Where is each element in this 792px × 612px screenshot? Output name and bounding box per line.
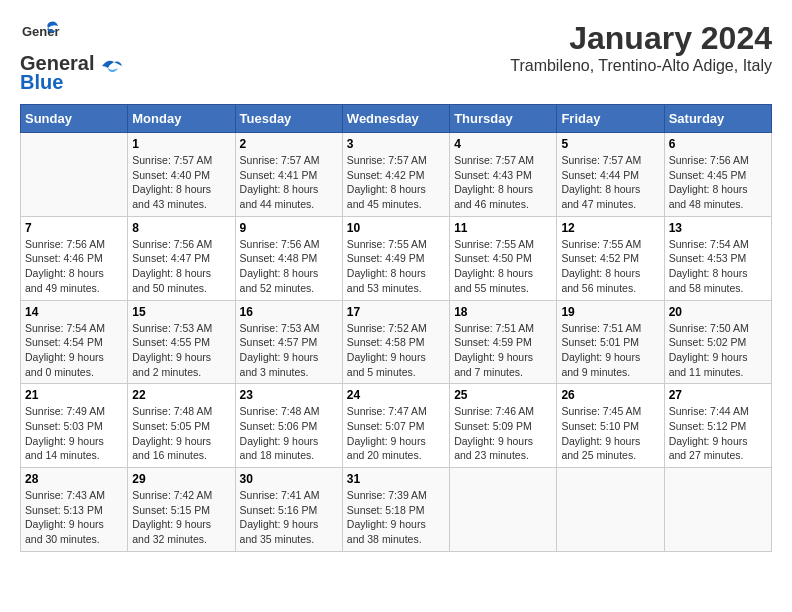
day-number: 30 (240, 472, 338, 486)
calendar-cell: 1Sunrise: 7:57 AM Sunset: 4:40 PM Daylig… (128, 133, 235, 217)
calendar-cell (450, 468, 557, 552)
calendar-cell: 27Sunrise: 7:44 AM Sunset: 5:12 PM Dayli… (664, 384, 771, 468)
calendar-cell: 28Sunrise: 7:43 AM Sunset: 5:13 PM Dayli… (21, 468, 128, 552)
day-info: Sunrise: 7:54 AM Sunset: 4:54 PM Dayligh… (25, 321, 123, 380)
calendar-cell (664, 468, 771, 552)
calendar-cell: 22Sunrise: 7:48 AM Sunset: 5:05 PM Dayli… (128, 384, 235, 468)
day-number: 20 (669, 305, 767, 319)
logo-blue-text: Blue (20, 71, 63, 93)
day-number: 21 (25, 388, 123, 402)
logo: General General Blue (20, 20, 122, 94)
calendar-week-row: 28Sunrise: 7:43 AM Sunset: 5:13 PM Dayli… (21, 468, 772, 552)
calendar-week-row: 1Sunrise: 7:57 AM Sunset: 4:40 PM Daylig… (21, 133, 772, 217)
calendar-cell: 12Sunrise: 7:55 AM Sunset: 4:52 PM Dayli… (557, 216, 664, 300)
calendar-cell: 30Sunrise: 7:41 AM Sunset: 5:16 PM Dayli… (235, 468, 342, 552)
calendar-cell: 21Sunrise: 7:49 AM Sunset: 5:03 PM Dayli… (21, 384, 128, 468)
day-number: 18 (454, 305, 552, 319)
day-number: 8 (132, 221, 230, 235)
day-number: 11 (454, 221, 552, 235)
day-info: Sunrise: 7:55 AM Sunset: 4:49 PM Dayligh… (347, 237, 445, 296)
day-number: 9 (240, 221, 338, 235)
day-number: 31 (347, 472, 445, 486)
calendar-cell: 24Sunrise: 7:47 AM Sunset: 5:07 PM Dayli… (342, 384, 449, 468)
day-info: Sunrise: 7:48 AM Sunset: 5:05 PM Dayligh… (132, 404, 230, 463)
calendar-cell: 7Sunrise: 7:56 AM Sunset: 4:46 PM Daylig… (21, 216, 128, 300)
day-info: Sunrise: 7:43 AM Sunset: 5:13 PM Dayligh… (25, 488, 123, 547)
day-number: 28 (25, 472, 123, 486)
day-number: 25 (454, 388, 552, 402)
day-info: Sunrise: 7:53 AM Sunset: 4:55 PM Dayligh… (132, 321, 230, 380)
calendar-cell: 15Sunrise: 7:53 AM Sunset: 4:55 PM Dayli… (128, 300, 235, 384)
day-number: 29 (132, 472, 230, 486)
day-info: Sunrise: 7:42 AM Sunset: 5:15 PM Dayligh… (132, 488, 230, 547)
calendar-cell: 31Sunrise: 7:39 AM Sunset: 5:18 PM Dayli… (342, 468, 449, 552)
day-number: 17 (347, 305, 445, 319)
calendar-table: SundayMondayTuesdayWednesdayThursdayFrid… (20, 104, 772, 552)
day-info: Sunrise: 7:57 AM Sunset: 4:44 PM Dayligh… (561, 153, 659, 212)
day-number: 5 (561, 137, 659, 151)
day-number: 23 (240, 388, 338, 402)
calendar-cell: 9Sunrise: 7:56 AM Sunset: 4:48 PM Daylig… (235, 216, 342, 300)
day-number: 7 (25, 221, 123, 235)
title-block: January 2024 Trambileno, Trentino-Alto A… (510, 20, 772, 75)
calendar-cell: 17Sunrise: 7:52 AM Sunset: 4:58 PM Dayli… (342, 300, 449, 384)
day-number: 6 (669, 137, 767, 151)
day-number: 10 (347, 221, 445, 235)
calendar-cell: 18Sunrise: 7:51 AM Sunset: 4:59 PM Dayli… (450, 300, 557, 384)
day-info: Sunrise: 7:53 AM Sunset: 4:57 PM Dayligh… (240, 321, 338, 380)
calendar-week-row: 7Sunrise: 7:56 AM Sunset: 4:46 PM Daylig… (21, 216, 772, 300)
calendar-cell: 29Sunrise: 7:42 AM Sunset: 5:15 PM Dayli… (128, 468, 235, 552)
calendar-weekday-monday: Monday (128, 105, 235, 133)
day-info: Sunrise: 7:47 AM Sunset: 5:07 PM Dayligh… (347, 404, 445, 463)
day-info: Sunrise: 7:54 AM Sunset: 4:53 PM Dayligh… (669, 237, 767, 296)
page-header: General General Blue January 2024 Trambi… (20, 20, 772, 94)
calendar-weekday-saturday: Saturday (664, 105, 771, 133)
logo-icon: General (20, 20, 60, 56)
calendar-cell: 16Sunrise: 7:53 AM Sunset: 4:57 PM Dayli… (235, 300, 342, 384)
calendar-cell: 26Sunrise: 7:45 AM Sunset: 5:10 PM Dayli… (557, 384, 664, 468)
calendar-cell: 3Sunrise: 7:57 AM Sunset: 4:42 PM Daylig… (342, 133, 449, 217)
page-title: January 2024 (510, 20, 772, 57)
day-info: Sunrise: 7:46 AM Sunset: 5:09 PM Dayligh… (454, 404, 552, 463)
calendar-weekday-sunday: Sunday (21, 105, 128, 133)
calendar-cell: 6Sunrise: 7:56 AM Sunset: 4:45 PM Daylig… (664, 133, 771, 217)
day-info: Sunrise: 7:57 AM Sunset: 4:41 PM Dayligh… (240, 153, 338, 212)
page-subtitle: Trambileno, Trentino-Alto Adige, Italy (510, 57, 772, 75)
calendar-cell: 8Sunrise: 7:56 AM Sunset: 4:47 PM Daylig… (128, 216, 235, 300)
calendar-cell: 23Sunrise: 7:48 AM Sunset: 5:06 PM Dayli… (235, 384, 342, 468)
calendar-cell (21, 133, 128, 217)
calendar-weekday-thursday: Thursday (450, 105, 557, 133)
calendar-cell: 5Sunrise: 7:57 AM Sunset: 4:44 PM Daylig… (557, 133, 664, 217)
day-info: Sunrise: 7:56 AM Sunset: 4:48 PM Dayligh… (240, 237, 338, 296)
day-number: 22 (132, 388, 230, 402)
calendar-week-row: 21Sunrise: 7:49 AM Sunset: 5:03 PM Dayli… (21, 384, 772, 468)
day-info: Sunrise: 7:49 AM Sunset: 5:03 PM Dayligh… (25, 404, 123, 463)
calendar-cell: 20Sunrise: 7:50 AM Sunset: 5:02 PM Dayli… (664, 300, 771, 384)
calendar-cell: 13Sunrise: 7:54 AM Sunset: 4:53 PM Dayli… (664, 216, 771, 300)
day-number: 27 (669, 388, 767, 402)
calendar-weekday-tuesday: Tuesday (235, 105, 342, 133)
day-number: 2 (240, 137, 338, 151)
day-info: Sunrise: 7:51 AM Sunset: 4:59 PM Dayligh… (454, 321, 552, 380)
day-info: Sunrise: 7:56 AM Sunset: 4:45 PM Dayligh… (669, 153, 767, 212)
calendar-cell: 10Sunrise: 7:55 AM Sunset: 4:49 PM Dayli… (342, 216, 449, 300)
calendar-weekday-wednesday: Wednesday (342, 105, 449, 133)
calendar-cell: 14Sunrise: 7:54 AM Sunset: 4:54 PM Dayli… (21, 300, 128, 384)
calendar-cell (557, 468, 664, 552)
day-number: 19 (561, 305, 659, 319)
day-info: Sunrise: 7:57 AM Sunset: 4:40 PM Dayligh… (132, 153, 230, 212)
day-info: Sunrise: 7:56 AM Sunset: 4:46 PM Dayligh… (25, 237, 123, 296)
day-info: Sunrise: 7:45 AM Sunset: 5:10 PM Dayligh… (561, 404, 659, 463)
calendar-header-row: SundayMondayTuesdayWednesdayThursdayFrid… (21, 105, 772, 133)
day-number: 4 (454, 137, 552, 151)
day-info: Sunrise: 7:51 AM Sunset: 5:01 PM Dayligh… (561, 321, 659, 380)
day-number: 1 (132, 137, 230, 151)
logo-bird-icon (100, 58, 122, 74)
day-number: 3 (347, 137, 445, 151)
calendar-cell: 4Sunrise: 7:57 AM Sunset: 4:43 PM Daylig… (450, 133, 557, 217)
day-number: 12 (561, 221, 659, 235)
day-info: Sunrise: 7:44 AM Sunset: 5:12 PM Dayligh… (669, 404, 767, 463)
day-info: Sunrise: 7:39 AM Sunset: 5:18 PM Dayligh… (347, 488, 445, 547)
day-info: Sunrise: 7:56 AM Sunset: 4:47 PM Dayligh… (132, 237, 230, 296)
calendar-cell: 2Sunrise: 7:57 AM Sunset: 4:41 PM Daylig… (235, 133, 342, 217)
